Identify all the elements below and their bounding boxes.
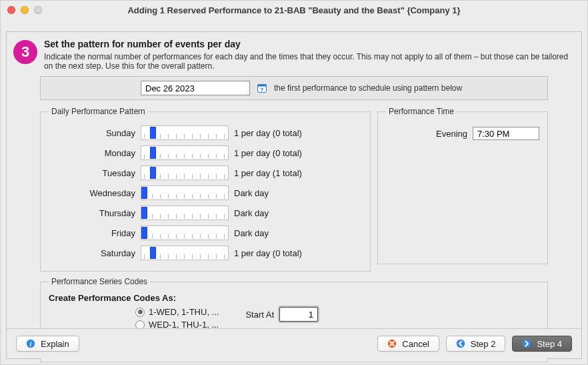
svg-point-7 (523, 340, 531, 348)
day-value: 1 per day (1 total) (234, 168, 302, 178)
performances-per-day-slider[interactable] (141, 246, 229, 260)
daily-pattern-legend: Daily Performance Pattern (49, 107, 148, 116)
window-title: Adding 1 Reserved Performance to 21-BAB … (1, 1, 587, 19)
cancel-icon (387, 339, 397, 348)
day-value: 1 per day (0 total) (234, 248, 302, 258)
performances-per-day-slider[interactable] (141, 186, 229, 200)
series-code-option[interactable]: 1-WED, 1-THU, ... (135, 307, 219, 317)
start-at-input[interactable] (279, 307, 318, 322)
footer: i Explain Cancel Step 2 (7, 328, 581, 358)
performance-time-fieldset: Performance Time Evening (377, 107, 548, 264)
performance-time-legend: Performance Time (386, 107, 457, 116)
day-value: Dark day (234, 228, 269, 238)
performance-time-input[interactable] (473, 127, 539, 140)
dialog-body: 3 Set the pattern for number of events p… (6, 31, 582, 359)
series-code-option-label: 1-WED, 1-THU, ... (149, 307, 219, 317)
performances-per-day-slider[interactable] (141, 206, 229, 220)
day-value: 1 per day (0 total) (234, 128, 302, 138)
day-label: Friday (49, 228, 135, 238)
first-performance-date-input[interactable] (141, 81, 250, 95)
day-value: 1 per day (0 total) (234, 148, 302, 158)
performances-per-day-slider[interactable] (141, 125, 229, 140)
day-row: Tuesday1 per day (1 total) (49, 163, 362, 183)
day-value: Dark day (234, 208, 269, 218)
explain-button-label: Explain (41, 339, 69, 349)
series-codes-legend: Performance Series Codes (49, 277, 150, 286)
day-row: Monday1 per day (0 total) (49, 143, 362, 163)
radio-icon (135, 308, 145, 317)
section-heading: Set the pattern for number of events per… (44, 39, 572, 49)
forward-arrow-icon (522, 339, 531, 348)
start-at-label: Start At (245, 310, 274, 320)
step2-button-label: Step 2 (471, 339, 496, 349)
day-row: ThursdayDark day (49, 203, 362, 223)
first-performance-hint: the first performance to schedule using … (274, 83, 462, 93)
close-window-icon[interactable] (7, 6, 15, 14)
day-value: Dark day (234, 188, 269, 198)
svg-point-6 (457, 340, 465, 348)
section-header: 3 Set the pattern for number of events p… (7, 32, 581, 75)
day-row: FridayDark day (49, 223, 362, 243)
day-label: Tuesday (49, 168, 135, 178)
performance-time-label: Evening (436, 129, 467, 139)
help-icon: i (26, 339, 35, 348)
day-label: Monday (49, 148, 135, 158)
series-codes-heading: Create Performance Codes As: (49, 293, 539, 303)
explain-button[interactable]: i Explain (16, 336, 79, 352)
performances-per-day-slider[interactable] (141, 165, 229, 180)
window-controls (7, 6, 42, 14)
cancel-button-label: Cancel (402, 339, 429, 349)
zoom-window-icon (34, 6, 42, 14)
calendar-icon[interactable]: 7 (257, 83, 267, 93)
first-performance-box: 7 the first performance to schedule usin… (40, 76, 548, 100)
back-arrow-icon (456, 339, 465, 348)
day-row: Sunday1 per day (0 total) (49, 123, 362, 143)
step4-button-label: Step 4 (537, 339, 562, 349)
day-row: Saturday1 per day (0 total) (49, 243, 362, 263)
day-label: Saturday (49, 248, 135, 258)
day-label: Thursday (49, 208, 135, 218)
titlebar: Adding 1 Reserved Performance to 21-BAB … (1, 1, 587, 19)
step-badge: 3 (13, 40, 37, 64)
svg-text:7: 7 (261, 87, 264, 93)
step2-button[interactable]: Step 2 (446, 336, 506, 352)
day-label: Sunday (49, 128, 135, 138)
cancel-button[interactable]: Cancel (377, 336, 439, 352)
daily-pattern-fieldset: Daily Performance Pattern Sunday1 per da… (40, 107, 371, 272)
section-description: Indicate the normal number of performanc… (44, 52, 572, 71)
step4-button[interactable]: Step 4 (512, 336, 572, 352)
day-row: WednesdayDark day (49, 183, 362, 203)
performances-per-day-slider[interactable] (141, 145, 229, 160)
minimize-window-icon[interactable] (21, 6, 29, 14)
svg-text:i: i (30, 340, 32, 348)
performances-per-day-slider[interactable] (141, 226, 229, 240)
day-label: Wednesday (49, 188, 135, 198)
